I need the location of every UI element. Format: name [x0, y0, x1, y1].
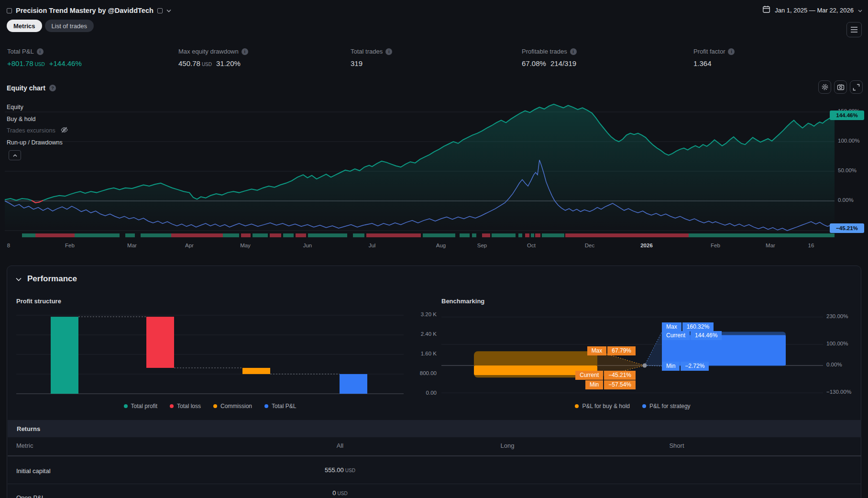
- stat-max-drawdown: Max equity drawdowni 450.78USD31.20%: [178, 48, 248, 67]
- tab-list-of-trades[interactable]: List of trades: [45, 20, 94, 32]
- fullscreen-button[interactable]: [850, 80, 863, 94]
- stat-profitable-trades: Profitable tradesi 67.08%214/319: [522, 48, 577, 67]
- performance-header[interactable]: Performance: [16, 274, 77, 284]
- benchmarking-title: Benchmarking: [441, 298, 484, 305]
- dot-icon: [575, 404, 579, 408]
- performance-title: Performance: [27, 274, 77, 284]
- legend-buy-and-hold[interactable]: Buy & hold: [7, 115, 35, 123]
- buyhold-value-badge: −45.21%: [830, 223, 864, 233]
- report-layout-menu-button[interactable]: [846, 22, 862, 37]
- stat-label: Max equity drawdown: [178, 48, 239, 55]
- benchmarking-chart: 230.00%100.00%0.00%−130.00% Max67.79% Cu…: [441, 311, 862, 400]
- dot-icon: [213, 404, 217, 408]
- svg-text:Apr: Apr: [185, 243, 194, 248]
- stat-value: 450.78: [178, 59, 200, 67]
- collapse-chart-button[interactable]: [9, 150, 21, 160]
- axis-label: 0.00%: [838, 197, 854, 203]
- missing-glyph-icon: [157, 8, 163, 13]
- legend-commission: Commission: [213, 403, 252, 409]
- info-icon[interactable]: i: [385, 48, 392, 55]
- returns-section-header: Returns: [8, 420, 861, 437]
- profit-structure-title: Profit structure: [16, 298, 61, 305]
- date-range-picker[interactable]: Jan 1, 2025 — Mar 22, 2026: [762, 4, 862, 16]
- stat-profit-factor: Profit factori 1.364: [693, 48, 735, 67]
- info-icon[interactable]: i: [570, 48, 577, 55]
- dot-icon: [642, 404, 646, 408]
- info-icon[interactable]: i: [728, 48, 735, 55]
- svg-text:8: 8: [7, 243, 10, 248]
- axis-label: 230.00%: [826, 313, 848, 319]
- strategy-title: Precision Trend Mastery by @DaviddTech: [16, 7, 154, 14]
- svg-text:2026: 2026: [640, 243, 653, 248]
- strategy-title-row[interactable]: Precision Trend Mastery by @DaviddTech: [7, 5, 171, 16]
- svg-text:Jul: Jul: [369, 243, 376, 248]
- buyhold-min-chip: Min−57.54%: [585, 380, 636, 389]
- column-header-metric: Metric: [16, 442, 33, 449]
- row-value-all: 0USD: [292, 489, 388, 497]
- strategy-tester-panel: Precision Trend Mastery by @DaviddTech J…: [0, 0, 868, 498]
- buyhold-max-chip: Max67.79%: [587, 346, 636, 355]
- eye-off-icon[interactable]: [60, 126, 68, 135]
- legend-total-loss: Total loss: [170, 403, 201, 409]
- chevron-down-icon[interactable]: [166, 9, 171, 12]
- row-metric: Open P&L: [16, 494, 45, 498]
- stat-label: Total trades: [351, 48, 383, 55]
- info-icon[interactable]: i: [242, 48, 248, 55]
- help-icon[interactable]: ?: [49, 85, 56, 91]
- legend-trades-excursions[interactable]: Trades excursions: [7, 126, 68, 135]
- benchmarking-legend: P&L for buy & hold P&L for strategy: [441, 403, 824, 409]
- missing-glyph-icon: [7, 8, 12, 13]
- strategy-current-chip: Current144.46%: [662, 331, 722, 340]
- equity-chart: 8FebMarAprMayJunJulAugSepOctDec2026FebMa…: [0, 93, 868, 254]
- chevron-down-icon: [16, 274, 22, 284]
- legend-equity[interactable]: Equity: [7, 103, 23, 111]
- equity-chart-actions: [818, 80, 863, 94]
- stat-unit: USD: [202, 62, 212, 67]
- stat-unit: USD: [35, 62, 45, 67]
- buyhold-current-chip: Current−45.21%: [575, 371, 636, 380]
- svg-text:Dec: Dec: [585, 243, 595, 248]
- camera-snapshot-button[interactable]: [834, 80, 847, 94]
- axis-label: 100.00%: [838, 138, 859, 144]
- info-icon[interactable]: i: [37, 48, 44, 55]
- dot-icon: [124, 404, 128, 408]
- calendar-icon: [762, 5, 770, 15]
- svg-text:16: 16: [808, 243, 814, 248]
- table-row-divider: [8, 484, 861, 484]
- stat-extra: 31.20%: [216, 59, 241, 67]
- legend-runup-drawdowns[interactable]: Run-up / Drawdowns: [7, 138, 63, 147]
- svg-text:Mar: Mar: [127, 243, 137, 248]
- tab-metrics[interactable]: Metrics: [7, 20, 42, 32]
- profit-structure-chart: 3.20 K2.40 K1.60 K800.000.00: [16, 311, 447, 400]
- equity-value-badge: 144.46%: [830, 111, 864, 120]
- dot-icon: [170, 404, 174, 408]
- stat-label: Profit factor: [693, 48, 725, 55]
- svg-text:Aug: Aug: [436, 243, 446, 248]
- dot-icon: [264, 404, 268, 408]
- axis-label: 0.00: [408, 390, 437, 396]
- stat-total-pnl: Total P&Li +801.78USD+144.46%: [7, 48, 82, 67]
- stat-total-trades: Total tradesi 319: [351, 48, 392, 67]
- stat-label: Profitable trades: [522, 48, 567, 55]
- stat-value: 67.08%: [522, 59, 546, 67]
- axis-label: 3.20 K: [408, 311, 437, 317]
- view-tabs: Metrics List of trades: [7, 20, 94, 32]
- axis-label: −130.00%: [826, 389, 851, 395]
- stat-extra: +144.46%: [49, 59, 82, 67]
- legend-pnl-buyhold: P&L for buy & hold: [575, 403, 630, 409]
- axis-label: 1.60 K: [408, 351, 437, 356]
- equity-chart-canvas[interactable]: 8FebMarAprMayJunJulAugSepOctDec2026FebMa…: [0, 93, 868, 254]
- row-value-all: 555.00USD: [292, 466, 388, 474]
- stat-extra: 214/319: [550, 59, 576, 67]
- profit-structure-canvas[interactable]: [16, 311, 404, 398]
- chart-settings-button[interactable]: [818, 80, 831, 94]
- svg-text:Mar: Mar: [766, 243, 775, 248]
- axis-label: 800.00: [408, 370, 437, 376]
- axis-label: 50.00%: [838, 167, 857, 173]
- stat-value: 1.364: [693, 59, 712, 67]
- legend-pnl-strategy: P&L for strategy: [642, 403, 691, 409]
- legend-total-profit: Total profit: [124, 403, 157, 409]
- column-header-long: Long: [460, 442, 555, 449]
- stat-value: 319: [351, 59, 363, 67]
- column-header-short: Short: [629, 442, 725, 449]
